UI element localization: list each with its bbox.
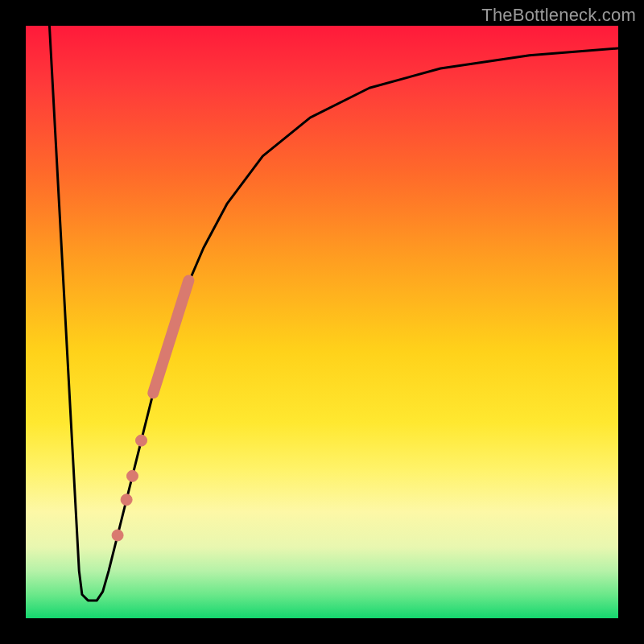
bottleneck-curve <box>49 26 618 601</box>
chart-frame: TheBottleneck.com <box>0 0 644 644</box>
highlight-dot <box>126 470 138 481</box>
highlight-dot <box>136 435 147 446</box>
highlight-dot <box>112 530 123 541</box>
highlight-segment <box>153 280 188 393</box>
watermark-text: TheBottleneck.com <box>481 5 636 26</box>
highlight-dot <box>121 494 132 506</box>
curve-plot <box>26 26 618 618</box>
plot-area <box>26 26 618 618</box>
